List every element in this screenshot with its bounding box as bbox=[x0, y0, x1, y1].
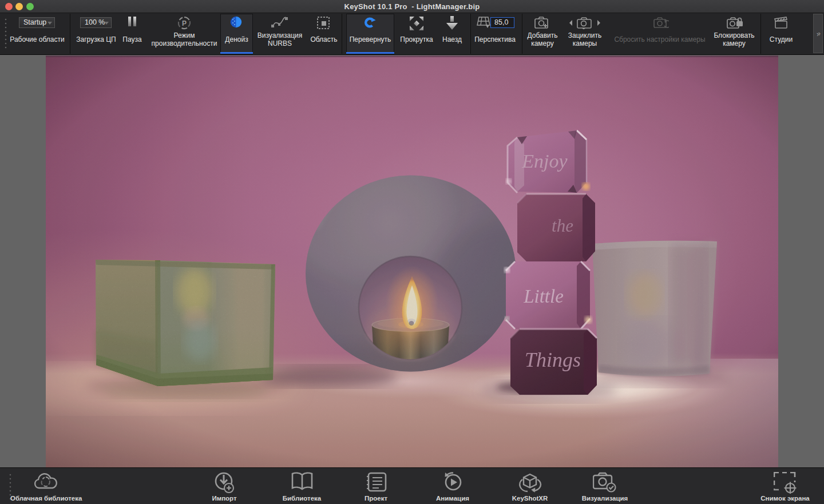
svg-text:P: P bbox=[182, 19, 187, 27]
